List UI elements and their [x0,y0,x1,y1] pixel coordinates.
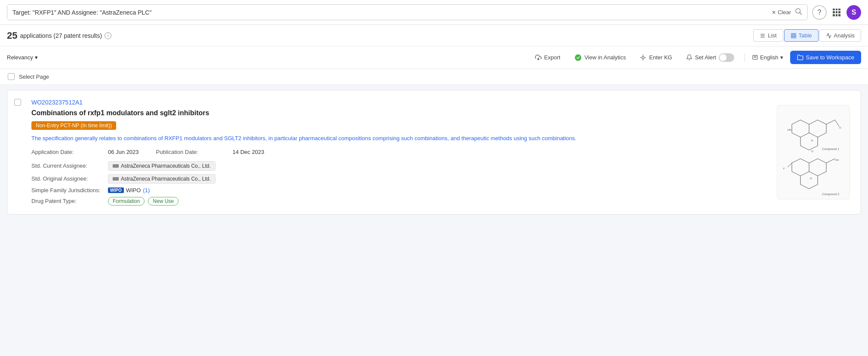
kg-button[interactable]: Enter KG [636,52,675,63]
chemical-structure-svg: O HN N O Compound 1 [779,107,848,197]
application-date-label: Application Date: [31,149,105,155]
svg-text:N: N [810,177,812,180]
grid-icon[interactable] [833,9,840,16]
svg-text:N: N [811,139,813,142]
toggle-wrap [719,53,734,62]
svg-line-26 [809,120,818,124]
svg-text:HN: HN [788,129,791,131]
search-icon[interactable] [794,7,802,17]
svg-line-58 [788,163,792,167]
results-number: 25 [7,30,17,41]
svg-line-49 [818,159,826,163]
question-icon: ? [818,9,822,16]
card-left: WO2023237512A1 Combinations of rxfp1 mod… [16,99,768,206]
svg-text:OH: OH [835,159,839,161]
tab-table[interactable]: Table [784,29,819,42]
results-description: applications (27 patent results) [20,32,102,39]
original-assignee-label: Std. Original Assignee: [31,175,105,182]
alert-label: Set Alert [695,54,716,61]
drug-tags: Formulation New Use [108,197,179,206]
avatar[interactable]: S [846,5,861,20]
chemical-structure-image[interactable]: O HN N O Compound 1 [777,105,850,199]
original-assignee-row: Std. Original Assignee: AstraZeneca Phar… [31,174,768,184]
sort-button[interactable]: Relevancy ▾ [7,54,38,61]
chevron-down-icon: ▾ [35,54,38,61]
tab-list-label: List [768,32,776,39]
svg-line-30 [809,133,818,137]
divider [745,53,745,62]
export-label: Export [544,54,560,61]
current-assignee-label: Std. Current Assignee: [31,163,105,169]
svg-line-55 [800,184,809,189]
publication-date-row: Publication Date: 14 Dec 2023 [156,149,265,155]
select-all-checkbox[interactable] [8,73,15,80]
application-date-row: Application Date: 06 Jun 2023 [31,149,139,155]
help-button[interactable]: ? [812,5,827,20]
results-count: 25 applications (27 patent results) i [7,30,111,41]
svg-line-1 [800,12,801,14]
clear-button[interactable]: ✕ Clear [772,9,791,15]
svg-text:O: O [811,150,813,153]
current-assignee-value: AstraZeneca Pharmaceuticals Co., Ltd. [121,163,211,169]
analytics-button[interactable]: View in Analytics [571,52,630,63]
top-bar: ✕ Clear ? S [0,0,868,25]
select-page-label[interactable]: Select Page [19,74,49,80]
svg-line-24 [792,133,800,137]
top-right-icons: ? S [812,5,861,20]
alert-toggle[interactable] [719,53,734,62]
search-box: ✕ Clear [7,4,808,20]
publication-date-value: 14 Dec 2023 [233,149,265,155]
family-jurisdictions-row: Simple Family Jurisdictions: WIPO WIPO (… [31,187,768,193]
toggle-knob [720,54,726,61]
wipo-tag[interactable]: WIPO WIPO (1) [108,187,150,193]
svg-line-52 [809,172,818,176]
svg-line-51 [818,172,826,176]
svg-line-29 [818,133,826,137]
original-assignee-tag[interactable]: AstraZeneca Pharmaceuticals Co., Ltd. [108,174,215,184]
svg-text:Compound 1: Compound 1 [822,147,839,151]
meta-dates: Application Date: 06 Jun 2023 Publicatio… [31,149,768,155]
toolbar: Relevancy ▾ Export View in Analytics Ent… [0,46,868,69]
family-wipo-count: (1) [143,187,150,193]
svg-line-56 [809,184,818,189]
svg-line-23 [800,133,809,137]
drug-tag-1[interactable]: New Use [148,197,179,206]
patent-checkbox[interactable] [14,99,21,106]
view-tabs: List Table Analysis [753,29,861,42]
tab-list[interactable]: List [753,29,783,42]
svg-line-21 [800,120,809,124]
kg-label: Enter KG [649,54,672,61]
search-input[interactable] [12,9,768,16]
select-page-bar: Select Page [0,69,868,85]
avatar-label: S [852,9,856,16]
svg-line-27 [818,120,826,124]
toolbar-actions: Export View in Analytics Enter KG Set Al… [532,51,861,64]
assignee-icon-2 [113,177,119,181]
original-assignee-value: AstraZeneca Pharmaceuticals Co., Ltd. [121,176,211,182]
drug-patent-type-row: Drug Patent Type: Formulation New Use [31,197,768,206]
export-button[interactable]: Export [532,52,564,62]
info-icon[interactable]: i [105,32,111,39]
language-button[interactable]: English ▾ [752,54,783,61]
card-inner: WO2023237512A1 Combinations of rxfp1 mod… [31,99,768,206]
svg-point-11 [575,54,581,61]
drug-tag-0[interactable]: Formulation [108,197,145,206]
svg-text:O: O [839,126,841,129]
alert-button[interactable]: Set Alert [683,52,738,64]
wipo-badge: WIPO [108,187,124,193]
patent-title: Combinations of rxfp1 modulators and sgl… [31,109,768,117]
card-checkbox-area [14,99,21,106]
x-icon: ✕ [772,9,776,15]
current-assignee-row: Std. Current Assignee: AstraZeneca Pharm… [31,161,768,171]
svg-line-34 [800,146,809,150]
save-workspace-button[interactable]: Save to Workspace [790,51,861,64]
tab-analysis[interactable]: Analysis [819,29,861,42]
patent-id[interactable]: WO2023237512A1 [31,99,768,106]
svg-line-48 [809,159,818,163]
tab-analysis-label: Analysis [834,32,855,39]
current-assignee-tag[interactable]: AstraZeneca Pharmaceuticals Co., Ltd. [108,161,215,171]
patent-card: WO2023237512A1 Combinations of rxfp1 mod… [7,90,861,215]
svg-line-20 [792,120,800,124]
status-badge: Non-Entry PCT-NP (In time limit)) [31,121,116,130]
save-workspace-label: Save to Workspace [806,54,854,61]
